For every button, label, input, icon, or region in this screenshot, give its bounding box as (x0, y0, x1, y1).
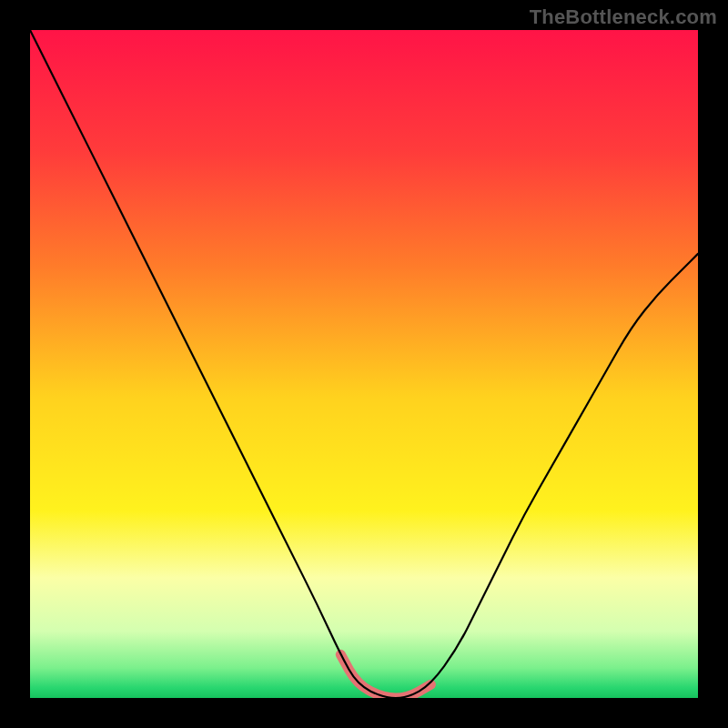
chart-frame: TheBottleneck.com (0, 0, 728, 728)
bottleneck-curve-svg (30, 30, 698, 698)
plot-area (30, 30, 698, 698)
bottleneck-curve (30, 30, 698, 698)
watermark-text: TheBottleneck.com (530, 5, 717, 29)
